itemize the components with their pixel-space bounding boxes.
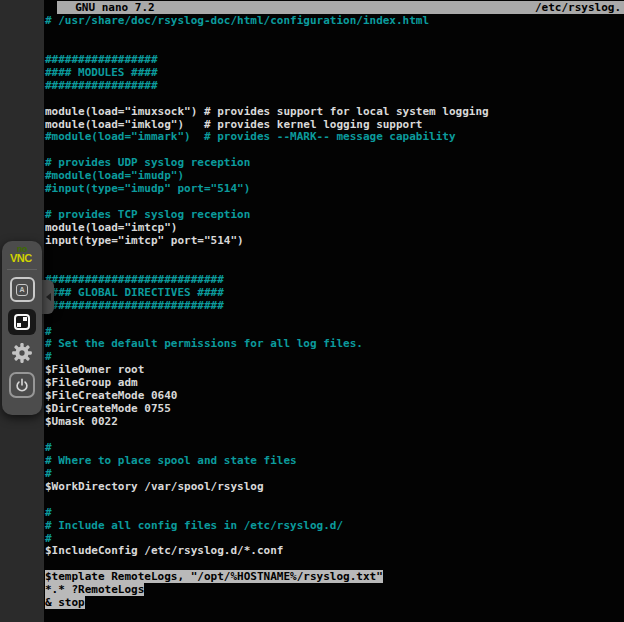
- gear-icon: [11, 342, 33, 364]
- terminal-line: # Set the default permissions for all lo…: [45, 338, 624, 351]
- terminal-line: # /usr/share/doc/rsyslog-doc/html/config…: [45, 15, 624, 28]
- terminal-line: [45, 494, 624, 507]
- terminal-line: [45, 313, 624, 326]
- nano-app-title: GNU nano 7.2: [62, 1, 155, 14]
- terminal-line: $Umask 0022: [45, 416, 624, 429]
- terminal-line: #module(load="immark") # provides --MARK…: [45, 131, 624, 144]
- terminal-line: $WorkDirectory /var/spool/rsyslog: [45, 481, 624, 494]
- terminal-body[interactable]: # /usr/share/doc/rsyslog-doc/html/config…: [45, 15, 624, 622]
- chevron-left-icon: [46, 293, 51, 301]
- panel-collapse-handle[interactable]: [42, 280, 54, 314]
- fullscreen-icon: [14, 314, 30, 330]
- terminal-line: *.* ?RemoteLogs: [45, 584, 624, 597]
- vnc-button-column: A: [2, 270, 42, 398]
- terminal-line: #################: [45, 80, 624, 93]
- terminal-line: ###########################: [45, 300, 624, 313]
- nano-file-title: /etc/rsyslog.: [535, 1, 621, 14]
- settings-button[interactable]: [11, 342, 33, 364]
- terminal-line: input(type="imtcp" port="514"): [45, 235, 624, 248]
- terminal-line: [45, 28, 624, 41]
- novnc-logo: no VNC: [2, 241, 42, 264]
- nano-titlebar: GNU nano 7.2 /etc/rsyslog.: [57, 1, 624, 14]
- page-background: { "window": { "app_title": " GNU nano 7.…: [0, 0, 624, 622]
- terminal-line: $DirCreateMode 0755: [45, 403, 624, 416]
- terminal-line: # Where to place spool and state files: [45, 455, 624, 468]
- terminal-line: #input(type="imudp" port="514"): [45, 183, 624, 196]
- vnc-control-bar: no VNC A: [2, 241, 42, 415]
- terminal-line: [45, 429, 624, 442]
- keycap-a-icon: A: [16, 284, 28, 296]
- terminal-line: $IncludeConfig /etc/rsyslog.d/*.conf: [45, 545, 624, 558]
- power-icon: [13, 376, 31, 394]
- terminal-line: [45, 248, 624, 261]
- terminal-line: # Include all config files in /etc/rsysl…: [45, 520, 624, 533]
- fullscreen-button[interactable]: [8, 309, 36, 335]
- terminal-line: & stop: [45, 597, 624, 610]
- power-button[interactable]: [9, 372, 35, 398]
- keyboard-button[interactable]: A: [10, 277, 35, 302]
- novnc-logo-vnc: VNC: [10, 253, 42, 264]
- terminal-window: GNU nano 7.2 /etc/rsyslog. # /usr/share/…: [44, 0, 624, 622]
